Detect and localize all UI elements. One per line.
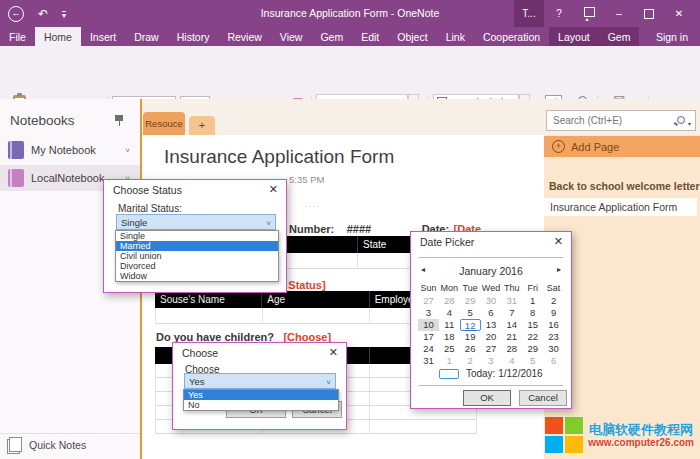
- calendar-day[interactable]: 3: [481, 355, 502, 367]
- teamviewer-badge[interactable]: T...: [514, 0, 544, 27]
- calendar-day[interactable]: 17: [418, 331, 439, 343]
- calendar-day[interactable]: 5: [460, 307, 481, 319]
- new-section-tab[interactable]: +: [189, 116, 215, 135]
- ribbon-tab[interactable]: Link: [437, 27, 474, 46]
- customize-toolbar-icon[interactable]: ▾: [62, 11, 66, 19]
- calendar-day[interactable]: 30: [543, 343, 564, 355]
- number-value[interactable]: ####: [347, 223, 371, 235]
- page-list-item[interactable]: Back to school welcome letter: [549, 180, 700, 192]
- calendar-day[interactable]: 23: [543, 331, 564, 343]
- notebook-item[interactable]: My Notebook ˅: [0, 137, 140, 163]
- calendar-day[interactable]: 4: [501, 355, 522, 367]
- ribbon-display-options-button[interactable]: [574, 0, 604, 27]
- cancel-button[interactable]: Cancel: [519, 390, 567, 406]
- ribbon-tab[interactable]: Object: [388, 27, 436, 46]
- select-option[interactable]: Civil union: [116, 251, 278, 261]
- select-option[interactable]: Widow: [116, 271, 278, 281]
- chevron-down-icon[interactable]: ˅: [125, 146, 130, 155]
- ribbon-tab[interactable]: View: [271, 27, 312, 46]
- select-option[interactable]: Single: [116, 231, 278, 241]
- calendar-day[interactable]: 25: [439, 343, 460, 355]
- search-icon[interactable]: [674, 115, 686, 127]
- calendar-day[interactable]: 4: [439, 307, 460, 319]
- calendar-day[interactable]: 28: [501, 343, 522, 355]
- ribbon-tab[interactable]: File: [0, 27, 35, 46]
- calendar-day[interactable]: 22: [522, 331, 543, 343]
- calendar-day[interactable]: 8: [522, 307, 543, 319]
- next-month-icon[interactable]: ▸: [557, 265, 561, 274]
- calendar-day[interactable]: 6: [543, 355, 564, 367]
- section-tab-resouce[interactable]: Resouce: [143, 112, 185, 135]
- select-option[interactable]: Divorced: [116, 261, 278, 271]
- ribbon-tab[interactable]: Home: [35, 27, 81, 46]
- close-icon[interactable]: ✕: [269, 183, 278, 196]
- calendar-day[interactable]: 27: [481, 343, 502, 355]
- page-title[interactable]: Insurance Application Form: [164, 146, 394, 168]
- calendar-day[interactable]: 18: [439, 331, 460, 343]
- ribbon-tab[interactable]: Gem: [599, 27, 640, 46]
- add-page-button[interactable]: + Add Page: [544, 136, 700, 157]
- page-list-item-selected[interactable]: Insurance Application Form: [544, 198, 697, 216]
- calendar-day[interactable]: 30: [481, 295, 502, 307]
- select-option[interactable]: Married: [116, 241, 278, 251]
- calendar-day[interactable]: 3: [418, 307, 439, 319]
- ribbon-tab[interactable]: Edit: [352, 27, 388, 46]
- calendar-day[interactable]: 24: [418, 343, 439, 355]
- ribbon-tab[interactable]: History: [168, 27, 219, 46]
- prev-month-icon[interactable]: ◂: [421, 265, 425, 274]
- sign-in-link[interactable]: Sign in: [644, 27, 700, 46]
- back-icon[interactable]: ←: [8, 6, 24, 22]
- calendar-day[interactable]: 2: [543, 295, 564, 307]
- calendar-day[interactable]: 2: [460, 355, 481, 367]
- calendar-day[interactable]: 29: [522, 343, 543, 355]
- ribbon-tab[interactable]: Review: [218, 27, 270, 46]
- pin-icon[interactable]: [114, 115, 124, 127]
- today-row[interactable]: Today: 1/12/2016: [411, 368, 571, 379]
- undo-icon[interactable]: ↶: [38, 7, 48, 21]
- ok-button[interactable]: OK: [463, 390, 511, 406]
- marital-status-select[interactable]: Single: [116, 214, 276, 230]
- ribbon-tab[interactable]: Gem: [311, 27, 352, 46]
- weekday-label: Fri: [522, 282, 543, 294]
- calendar-day[interactable]: 13: [481, 319, 502, 331]
- select-option[interactable]: Yes: [184, 390, 338, 400]
- search-scope-caret-icon[interactable]: [686, 112, 691, 130]
- help-button[interactable]: ?: [544, 0, 574, 27]
- calendar-day[interactable]: 27: [418, 295, 439, 307]
- calendar-day[interactable]: 21: [501, 331, 522, 343]
- calendar-day[interactable]: 28: [439, 295, 460, 307]
- minimize-button[interactable]: [604, 0, 634, 27]
- calendar-day[interactable]: 9: [543, 307, 564, 319]
- search-box[interactable]: [546, 110, 696, 131]
- calendar-day[interactable]: 7: [501, 307, 522, 319]
- children-select[interactable]: Yes: [184, 373, 336, 389]
- quick-notes-item[interactable]: Quick Notes: [0, 433, 140, 455]
- calendar-day[interactable]: 15: [522, 319, 543, 331]
- today-checkbox[interactable]: [439, 369, 459, 379]
- calendar-day[interactable]: 1: [439, 355, 460, 367]
- maximize-button[interactable]: [634, 0, 664, 27]
- calendar-day[interactable]: 31: [418, 355, 439, 367]
- calendar-day[interactable]: 6: [481, 307, 502, 319]
- select-option[interactable]: No: [184, 400, 338, 410]
- calendar-day[interactable]: 12: [460, 319, 481, 331]
- calendar-day[interactable]: 5: [522, 355, 543, 367]
- search-input[interactable]: [551, 114, 663, 127]
- calendar-day[interactable]: 31: [501, 295, 522, 307]
- calendar-day[interactable]: 10: [418, 319, 439, 331]
- calendar-day[interactable]: 1: [522, 295, 543, 307]
- close-icon[interactable]: ✕: [554, 235, 563, 248]
- close-button[interactable]: [664, 0, 694, 27]
- calendar-day[interactable]: 14: [501, 319, 522, 331]
- calendar-day[interactable]: 20: [481, 331, 502, 343]
- ribbon-tab[interactable]: Draw: [125, 27, 168, 46]
- ribbon-tab[interactable]: Cooperation: [474, 27, 549, 46]
- calendar-day[interactable]: 19: [460, 331, 481, 343]
- ribbon-tab[interactable]: Insert: [81, 27, 125, 46]
- ribbon-tab[interactable]: Layout: [549, 27, 599, 46]
- close-icon[interactable]: ✕: [329, 346, 338, 359]
- calendar-day[interactable]: 26: [460, 343, 481, 355]
- calendar-day[interactable]: 29: [460, 295, 481, 307]
- calendar-day[interactable]: 11: [439, 319, 460, 331]
- calendar-day[interactable]: 16: [543, 319, 564, 331]
